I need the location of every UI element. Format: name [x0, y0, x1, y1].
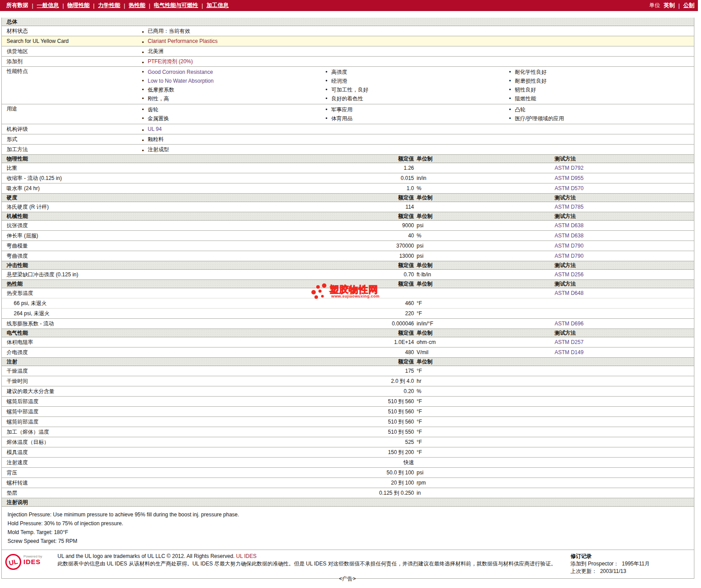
- property-label: 加工方法: [2, 146, 141, 153]
- tab-physical-properties[interactable]: 物理性能: [68, 2, 90, 9]
- note-line: Mold Temp. Target: 180°F: [8, 528, 694, 537]
- test-method-header: 测试方法: [555, 155, 694, 163]
- property-value: 快速: [334, 459, 414, 466]
- property-unit: °F: [414, 310, 555, 317]
- property-unit: °F: [414, 449, 555, 455]
- test-method-link[interactable]: ASTM D790: [555, 253, 583, 259]
- rated-value-header: 额定值: [334, 155, 414, 163]
- row-melt-temp-target: 熔体温度（目标） 525 °F: [2, 437, 694, 447]
- property-value: 50.0 到 100: [334, 469, 414, 477]
- use-item: 齿轮: [141, 105, 325, 114]
- row-dielectric-strength: 介电强度 480 V/mil ASTM D149: [2, 347, 694, 358]
- nav-tabs: 所有数据| 一般信息| 物理性能| 力学性能| 热性能| 电气性能与可燃性| 加…: [6, 2, 229, 9]
- property-value: 114: [334, 204, 414, 210]
- test-method-link[interactable]: ASTM D638: [555, 233, 583, 239]
- property-label: 供货地区: [2, 48, 141, 55]
- test-method-link[interactable]: ASTM D696: [555, 321, 583, 327]
- unit-metric-button[interactable]: 公制: [683, 2, 694, 9]
- agency-rating-link[interactable]: UL 94: [148, 126, 162, 132]
- section-title: 热性能: [2, 280, 334, 288]
- property-value: 已商用：当前有效: [141, 28, 190, 34]
- test-method-link[interactable]: ASTM D955: [555, 175, 583, 181]
- section-header-electrical: 电气性能 额定值 单位制 测试方法: [2, 329, 694, 337]
- property-label: 螺杆转速: [2, 479, 334, 487]
- rated-value-header: 额定值: [334, 194, 414, 202]
- section-header-overview: 总体: [2, 18, 694, 26]
- test-method-link[interactable]: ASTM D792: [555, 165, 583, 171]
- tab-mechanical-properties[interactable]: 力学性能: [98, 2, 120, 9]
- property-value: 2.0 到 4.0: [334, 378, 414, 385]
- property-value: 150 到 200: [334, 449, 414, 456]
- test-method-link[interactable]: ASTM D256: [555, 271, 583, 278]
- test-method-link[interactable]: ASTM D638: [555, 222, 583, 229]
- row-volume-resistivity: 体积电阻率 1.0E+14 ohm·cm ASTM D257: [2, 337, 694, 347]
- row-cte-flow: 线形膨胀系数 - 流动 0.000046 in/in/°F ASTM D696: [2, 319, 694, 329]
- row-rockwell-hardness: 洛氏硬度 (R 计秤) 114 ASTM D785: [2, 202, 694, 212]
- unit-imperial-button[interactable]: 英制: [664, 2, 675, 9]
- property-value: 注射成型: [141, 146, 169, 153]
- tab-all-data[interactable]: 所有数据: [6, 2, 28, 9]
- ad-placeholder: <广告>: [0, 575, 695, 583]
- property-value: 510 到 560: [334, 398, 414, 405]
- property-label: 抗张强度: [2, 222, 334, 229]
- row-max-moisture: 建议的最大水分含量 0.20 %: [2, 386, 694, 397]
- feature-item: 低摩擦系数: [141, 85, 325, 94]
- rated-value-header: 额定值: [334, 262, 414, 269]
- property-label: 螺筒前部温度: [2, 418, 334, 426]
- revision-record: 修订记录 添加到 Prospector： 1995年11月 上次更新： 2003…: [565, 553, 694, 575]
- tab-general-info[interactable]: 一般信息: [37, 2, 59, 9]
- property-unit: °F: [414, 429, 555, 435]
- test-method-header: 测试方法: [555, 329, 694, 337]
- row-material-status: 材料状态 已商用：当前有效: [2, 26, 694, 36]
- row-front-barrel-temp: 螺筒前部温度 510 到 560 °F: [2, 417, 694, 427]
- property-value: 40: [334, 233, 414, 239]
- property-unit: °F: [414, 398, 555, 405]
- feature-item: 阻燃性能: [508, 94, 692, 103]
- test-method-header: 测试方法: [555, 194, 694, 202]
- row-features: 性能特点 Good Corrosion Resistance Low to No…: [2, 67, 694, 104]
- nav-separator: |: [124, 3, 125, 9]
- property-unit: in/in/°F: [414, 321, 555, 327]
- property-label: 干燥温度: [2, 367, 334, 375]
- feature-link[interactable]: Good Corrosion Resistance: [148, 69, 213, 75]
- section-header-physical: 物理性能 额定值 单位制 测试方法: [2, 155, 694, 163]
- footer: UL Powered by IDES UL and the UL logo ar…: [2, 550, 694, 578]
- row-hdt-264psi: 264 psi, 未退火 220 °F: [2, 309, 694, 319]
- property-unit: °F: [414, 409, 555, 415]
- section-header-injection: 注射 额定值 单位制: [2, 358, 694, 366]
- section-title: 注射: [2, 358, 334, 366]
- unit-header: 单位制: [414, 155, 555, 163]
- property-value: 北美洲: [141, 48, 164, 54]
- note-line: Injection Pressure: Use minimum pressure…: [8, 510, 694, 519]
- feature-item: 良好的着色性: [325, 94, 508, 103]
- test-method-link[interactable]: ASTM D570: [555, 185, 583, 191]
- section-title: 注射说明: [2, 499, 334, 506]
- ul-yellow-card-link[interactable]: Clariant Performance Plastics: [148, 38, 218, 44]
- ul-ides-link[interactable]: UL IDES: [236, 553, 257, 559]
- nav-separator: |: [202, 3, 203, 9]
- row-processing-melt-temp: 加工（熔体）温度 510 到 550 °F: [2, 427, 694, 437]
- property-label: 建议的最大水分含量: [2, 388, 334, 395]
- property-label: 悬壁梁缺口冲击强度 (0.125 in): [2, 271, 334, 279]
- test-method-link[interactable]: ASTM D648: [555, 290, 583, 296]
- test-method-link[interactable]: ASTM D790: [555, 243, 583, 249]
- tab-processing-info[interactable]: 加工信息: [207, 2, 229, 9]
- property-label: 弯曲强度: [2, 252, 334, 260]
- nav-separator: |: [149, 3, 150, 9]
- property-unit: °F: [414, 300, 555, 306]
- tab-thermal-properties[interactable]: 热性能: [129, 2, 146, 9]
- use-item: 体育用品: [325, 114, 508, 123]
- test-method-link[interactable]: ASTM D257: [555, 339, 583, 345]
- property-value: 460: [334, 300, 414, 306]
- additive-link[interactable]: PTFE润滑剂 (20%): [148, 58, 193, 65]
- row-screw-speed: 螺杆转速 20 到 100 rpm: [2, 478, 694, 488]
- row-tensile-strength: 抗张强度 9000 psi ASTM D638: [2, 221, 694, 231]
- row-ul-yellow-card: Search for UL Yellow Card Clariant Perfo…: [2, 36, 694, 46]
- footer-legal-text: UL and the UL logo are trademarks of UL …: [57, 553, 565, 568]
- property-unit: ft·lb/in: [414, 271, 555, 278]
- test-method-link[interactable]: ASTM D149: [555, 349, 583, 355]
- row-rear-barrel-temp: 螺筒后部温度 510 到 560 °F: [2, 397, 694, 407]
- tab-electrical-flammability[interactable]: 电气性能与可燃性: [154, 2, 198, 9]
- feature-link[interactable]: Low to No Water Absorption: [148, 78, 214, 84]
- test-method-link[interactable]: ASTM D785: [555, 204, 583, 210]
